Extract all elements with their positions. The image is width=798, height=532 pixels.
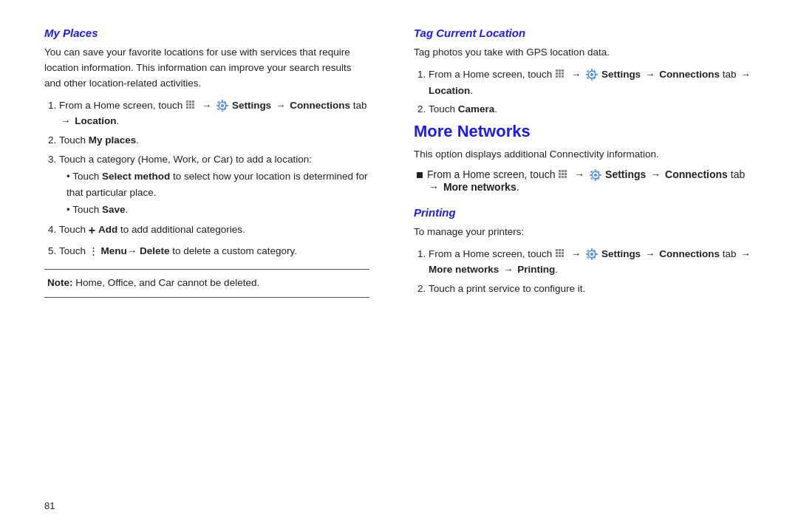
- svg-rect-2: [192, 100, 194, 103]
- tag-current-location-title: Tag Current Location: [414, 27, 754, 39]
- svg-rect-39: [562, 170, 564, 172]
- svg-rect-61: [559, 252, 561, 254]
- more-networks-intro: This option displays additional Connecti…: [414, 147, 754, 163]
- svg-rect-38: [559, 170, 561, 172]
- settings-label: Settings: [232, 100, 271, 111]
- svg-rect-22: [556, 72, 558, 75]
- svg-rect-31: [591, 78, 593, 81]
- apps-icon: [186, 100, 197, 111]
- svg-rect-40: [565, 170, 567, 172]
- svg-point-48: [594, 174, 597, 177]
- svg-rect-27: [562, 75, 564, 78]
- svg-rect-70: [586, 253, 588, 255]
- svg-rect-45: [562, 176, 564, 178]
- printing-steps: From a Home screen, touch →: [429, 246, 754, 297]
- my-places-bold: My places: [89, 134, 137, 146]
- step-1: From a Home screen, touch →: [59, 98, 369, 129]
- my-places-intro: You can save your favorite locations for…: [44, 45, 369, 92]
- svg-rect-20: [559, 69, 561, 72]
- gear-icon-4: [586, 248, 598, 260]
- svg-rect-0: [186, 100, 188, 103]
- svg-rect-60: [556, 252, 558, 254]
- svg-rect-52: [599, 174, 601, 176]
- svg-rect-11: [222, 100, 223, 102]
- svg-rect-69: [591, 258, 593, 260]
- svg-rect-3: [186, 103, 188, 106]
- svg-rect-33: [596, 75, 598, 76]
- svg-point-10: [221, 104, 224, 107]
- sub-select-method: Touch Select method to select how your l…: [66, 168, 369, 200]
- gear-icon-3: [590, 169, 601, 181]
- svg-rect-32: [586, 75, 588, 76]
- step-5: Touch ⋮ Menu→ Delete to delete a custom …: [59, 243, 369, 259]
- svg-rect-41: [559, 173, 561, 175]
- sub-save: Touch Save.: [66, 202, 369, 218]
- svg-rect-13: [216, 105, 219, 106]
- svg-rect-42: [562, 173, 564, 175]
- tag-steps: From a Home screen, touch →: [429, 66, 754, 117]
- svg-rect-19: [556, 69, 558, 72]
- svg-rect-21: [562, 69, 564, 72]
- svg-rect-1: [189, 100, 191, 103]
- apps-icon-4: [556, 249, 566, 259]
- svg-rect-71: [596, 253, 598, 255]
- printing-step-1: From a Home screen, touch →: [429, 246, 754, 278]
- page-number: 81: [44, 500, 55, 511]
- printing-step-2: Touch a print service to configure it.: [429, 281, 754, 297]
- svg-rect-12: [222, 109, 223, 112]
- svg-rect-5: [192, 103, 194, 106]
- step-4: Touch + Add to add additional categories…: [59, 221, 369, 240]
- location-label: Location: [75, 115, 116, 126]
- printing-section: Printing To manage your printers: From a…: [414, 206, 754, 297]
- arrow-2: →: [276, 100, 286, 111]
- tag-step-1: From a Home screen, touch →: [429, 66, 754, 98]
- svg-rect-50: [595, 179, 596, 181]
- step-2: Touch My places.: [59, 132, 369, 149]
- svg-rect-24: [562, 72, 564, 75]
- svg-rect-51: [590, 174, 592, 176]
- apps-icon-2: [556, 69, 566, 80]
- printing-title: Printing: [414, 206, 754, 219]
- svg-rect-44: [559, 176, 561, 178]
- svg-rect-49: [595, 169, 596, 171]
- svg-rect-30: [591, 69, 593, 71]
- more-networks-bullet-text: From a Home screen, touch →: [427, 168, 754, 193]
- printing-intro: To manage your printers:: [414, 225, 754, 240]
- svg-rect-57: [556, 249, 558, 251]
- svg-point-29: [590, 73, 593, 76]
- more-networks-bullet-row: From a Home screen, touch →: [417, 168, 754, 193]
- svg-rect-25: [556, 75, 558, 78]
- svg-rect-4: [189, 103, 191, 106]
- svg-rect-63: [556, 255, 558, 257]
- svg-rect-62: [562, 252, 564, 254]
- svg-rect-23: [559, 72, 561, 75]
- connections-label: Connections: [290, 100, 350, 111]
- svg-rect-64: [559, 255, 561, 257]
- svg-point-67: [590, 253, 593, 256]
- apps-icon-3: [559, 170, 569, 180]
- my-places-title: My Places: [44, 27, 369, 39]
- step-3-sublist: Touch Select method to select how your l…: [66, 168, 369, 218]
- svg-rect-26: [559, 75, 561, 78]
- gear-icon-2: [586, 69, 598, 81]
- note-text: Home, Office, and Car cannot be deleted.: [75, 277, 259, 288]
- my-places-steps: From a Home screen, touch →: [59, 98, 369, 259]
- more-networks-title: More Networks: [414, 122, 754, 141]
- svg-rect-43: [565, 173, 567, 175]
- tag-step-2: Touch Camera.: [429, 101, 754, 117]
- svg-rect-6: [186, 106, 188, 109]
- bullet-square-icon: [417, 172, 423, 178]
- step-3: Touch a category (Home, Work, or Car) to…: [59, 151, 369, 218]
- svg-rect-58: [559, 249, 561, 251]
- tag-intro: Tag photos you take with GPS location da…: [414, 45, 754, 61]
- note-label: Note:: [47, 277, 73, 288]
- svg-rect-46: [565, 176, 567, 178]
- svg-rect-8: [192, 106, 194, 109]
- arrow-1: →: [202, 100, 212, 111]
- right-column: Tag Current Location Tag photos you take…: [399, 27, 754, 505]
- svg-rect-68: [591, 248, 593, 250]
- svg-rect-14: [226, 105, 228, 106]
- svg-rect-65: [562, 255, 564, 257]
- left-column: My Places You can save your favorite loc…: [44, 27, 399, 505]
- svg-rect-59: [562, 249, 564, 251]
